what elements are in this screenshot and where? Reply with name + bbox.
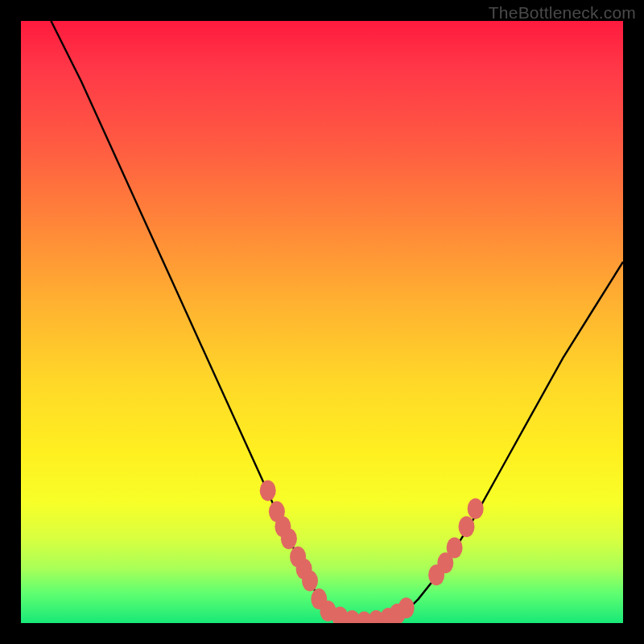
curve-markers [260, 480, 484, 623]
curve-marker [302, 571, 318, 592]
curve-marker [468, 498, 484, 519]
plot-area [21, 21, 623, 623]
curve-marker [281, 528, 297, 549]
curve-path [51, 21, 623, 623]
bottleneck-curve-svg [21, 21, 623, 623]
watermark-label: TheBottleneck.com [489, 3, 636, 23]
curve-marker [447, 538, 463, 559]
curve-marker [459, 516, 475, 537]
curve-marker [260, 480, 276, 501]
curve-marker [398, 597, 415, 618]
chart-frame: TheBottleneck.com [0, 0, 644, 644]
